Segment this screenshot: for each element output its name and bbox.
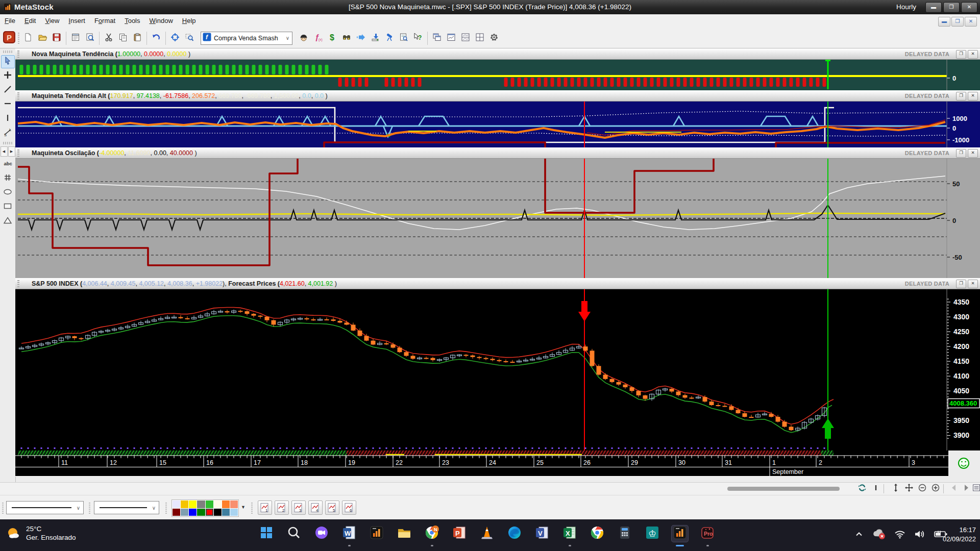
page-setup-button[interactable] xyxy=(68,31,83,45)
new-chart-button[interactable] xyxy=(21,31,35,45)
function-button[interactable]: ƒ(x) xyxy=(311,31,325,45)
color-swatch[interactable] xyxy=(197,500,205,508)
metastock-taskbar-taskbar-button[interactable] xyxy=(368,525,385,542)
onedrive-error-icon[interactable] xyxy=(872,529,886,540)
power-console-button[interactable]: P xyxy=(2,31,16,45)
search-taskbar-button[interactable] xyxy=(285,525,303,542)
calculator-taskbar-button[interactable] xyxy=(616,525,633,542)
edge-taskbar-button[interactable] xyxy=(506,525,523,542)
excel-taskbar-button[interactable]: X xyxy=(561,525,578,542)
panel-restore-icon[interactable]: ❐ xyxy=(956,280,966,288)
child-close-icon[interactable]: ✕ xyxy=(965,17,977,27)
panel-restore-icon[interactable]: ❐ xyxy=(956,50,966,59)
panel-restore-icon[interactable]: ❐ xyxy=(956,92,966,101)
explorer-button[interactable] xyxy=(397,31,411,45)
panel-close-icon[interactable]: ✕ xyxy=(968,280,978,288)
menu-item-tools[interactable]: Tools xyxy=(120,14,144,27)
word-taskbar-button[interactable]: W xyxy=(340,525,358,542)
chart-template-button-1[interactable]: 1 xyxy=(258,500,272,515)
smiley-icon[interactable] xyxy=(959,458,969,468)
color-swatch[interactable] xyxy=(214,500,222,508)
child-minimize-icon[interactable]: ▬ xyxy=(938,17,950,27)
rectangle-tool-tool[interactable] xyxy=(1,201,15,214)
color-swatch[interactable] xyxy=(214,509,222,516)
color-swatch[interactable] xyxy=(181,509,188,516)
child-restore-icon[interactable]: ❐ xyxy=(951,17,964,27)
cut-button[interactable] xyxy=(102,31,116,45)
color-swatch[interactable] xyxy=(222,500,230,508)
panel-restore-icon[interactable]: ❐ xyxy=(956,149,966,158)
tray-chevron-icon[interactable] xyxy=(854,530,864,539)
file-explorer-taskbar-button[interactable] xyxy=(396,525,413,542)
pointer-tool[interactable] xyxy=(1,55,15,68)
visio-taskbar-button[interactable]: V xyxy=(533,525,551,542)
title-bar[interactable]: MetaStock [S&P 500 Nova Maquineta.mwc - … xyxy=(0,0,980,14)
paste-button[interactable] xyxy=(130,31,144,45)
chess-taskbar-button[interactable]: ♔ xyxy=(644,525,661,542)
color-swatch[interactable] xyxy=(181,500,188,508)
close-icon[interactable]: ✕ xyxy=(961,2,977,13)
color-swatch[interactable] xyxy=(197,509,205,516)
powerpoint-taskbar-button[interactable]: P xyxy=(451,525,468,542)
panel-close-icon[interactable]: ✕ xyxy=(968,149,978,158)
scroll-right-icon[interactable]: ▶ xyxy=(8,146,15,157)
chart-template-button-4[interactable]: 4 xyxy=(308,500,323,515)
panel-header-tendencia[interactable]: Nova Maquineta Tendência (1.00000, 0.000… xyxy=(15,48,980,60)
menu-item-edit[interactable]: Edit xyxy=(20,14,40,27)
print-preview-button[interactable] xyxy=(83,31,97,45)
volume-icon[interactable] xyxy=(914,530,925,539)
open-chart-button[interactable] xyxy=(35,31,50,45)
pan-button[interactable] xyxy=(903,484,915,494)
menu-item-window[interactable]: Window xyxy=(145,14,178,27)
zoom-in-button[interactable] xyxy=(930,484,941,494)
page-prev-button[interactable] xyxy=(948,484,960,494)
refresh-button[interactable] xyxy=(856,484,868,494)
expert-dropdown[interactable]: fCompra Venda Smash∨ xyxy=(201,32,292,45)
menu-item-insert[interactable]: Insert xyxy=(64,14,90,27)
line-weight-dropdown[interactable]: ∨ xyxy=(94,501,159,514)
color-swatch[interactable] xyxy=(189,500,197,508)
vertical-line-tool[interactable] xyxy=(1,112,15,126)
teams-taskbar-button[interactable] xyxy=(313,525,330,542)
zoom-out-button[interactable] xyxy=(917,484,928,494)
menu-item-view[interactable]: View xyxy=(40,14,64,27)
chart-template-button-3[interactable]: 3 xyxy=(291,500,306,515)
taskbar-clock[interactable]: 16:17 02/09/2022 xyxy=(943,525,976,544)
menu-item-format[interactable]: Format xyxy=(90,14,120,27)
tile-horizontal-button[interactable] xyxy=(458,31,473,45)
crosshair-plus-tool[interactable] xyxy=(1,69,15,83)
line-style-dropdown[interactable]: ∨ xyxy=(6,501,84,514)
chrome-taskbar-button[interactable] xyxy=(589,525,606,542)
grid-tool-tool[interactable] xyxy=(1,172,15,185)
tile-grid-button[interactable] xyxy=(473,31,487,45)
color-swatch[interactable] xyxy=(222,509,230,516)
list-view-button[interactable] xyxy=(971,484,980,494)
wifi-icon[interactable] xyxy=(894,530,905,539)
chart-template-button-5[interactable]: 5 xyxy=(325,500,339,515)
tile-chart-button[interactable] xyxy=(444,31,458,45)
maximize-icon[interactable]: ❐ xyxy=(943,2,960,13)
color-swatch[interactable] xyxy=(206,500,213,508)
horizontal-line-tool[interactable] xyxy=(1,98,15,111)
horizontal-scrollbar[interactable] xyxy=(727,487,840,491)
dollar-button[interactable]: $ xyxy=(325,31,339,45)
chart-area[interactable]: 4350430042504200415041004050395039004008… xyxy=(15,48,980,482)
crosshair-bar-button[interactable] xyxy=(870,484,881,494)
metastock-active-taskbar-button[interactable] xyxy=(671,525,689,542)
menu-item-help[interactable]: Help xyxy=(178,14,201,27)
color-swatch[interactable] xyxy=(230,500,238,508)
cascade-button[interactable] xyxy=(430,31,444,45)
scroll-left-icon[interactable]: ◀ xyxy=(1,146,8,157)
color-swatch[interactable] xyxy=(189,509,197,516)
ellipse-tool-tool[interactable] xyxy=(1,186,15,199)
downloader-button[interactable] xyxy=(368,31,382,45)
options-gear-button[interactable] xyxy=(487,31,501,45)
panel-close-icon[interactable]: ✕ xyxy=(968,50,978,59)
start-taskbar-button[interactable] xyxy=(258,525,275,542)
trendline-tool[interactable] xyxy=(1,84,15,97)
minimize-icon[interactable]: ▬ xyxy=(925,2,942,13)
panel-close-icon[interactable]: ✕ xyxy=(968,92,978,101)
vlc-taskbar-button[interactable] xyxy=(478,525,496,542)
undo-button[interactable] xyxy=(149,31,163,45)
panel-header-tendencia_alt[interactable]: Maquineta Tendência Alt (170.917, 97.413… xyxy=(15,90,980,102)
